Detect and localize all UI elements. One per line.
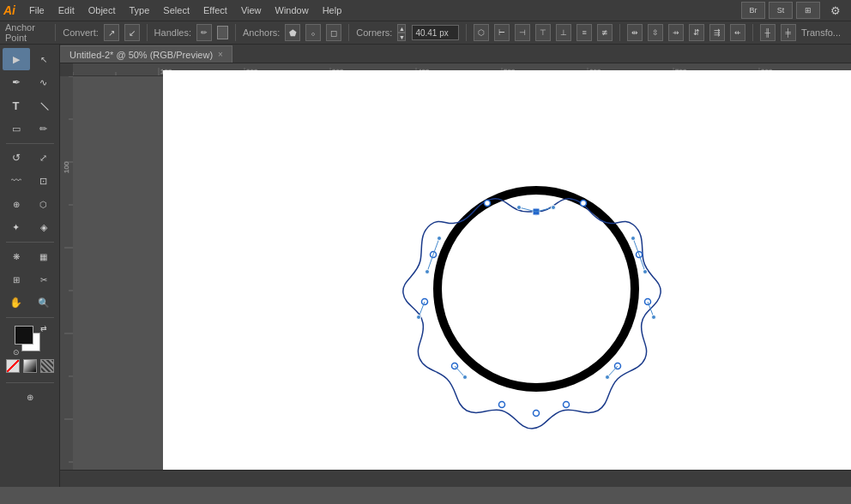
align-right-btn[interactable]: ⊤ xyxy=(535,24,551,41)
convert-btn-1[interactable]: ↗ xyxy=(104,24,119,41)
handles-btn-2[interactable] xyxy=(217,26,228,39)
dist-5-btn[interactable]: ⇶ xyxy=(709,24,725,41)
main-area: ▶ ↖ ✒ ∿ T | ▭ ✏ ↺ ⤢ 〰 ⊡ ⊕ ⬡ xyxy=(0,45,851,487)
handles-btn-1[interactable]: ✏ xyxy=(196,24,212,41)
anchors-btn-3[interactable]: ◻ xyxy=(326,24,341,41)
gradient-btn[interactable] xyxy=(23,359,37,373)
svg-text:100: 100 xyxy=(63,161,70,173)
app-logo: Ai xyxy=(3,3,15,17)
convert-label: Convert: xyxy=(63,27,99,38)
warp-tool[interactable]: 〰 xyxy=(3,170,30,192)
anchor-point-label: Anchor Point xyxy=(5,22,48,43)
direct-select-tool[interactable]: ↖ xyxy=(30,48,57,70)
fg-color-swatch[interactable] xyxy=(15,326,33,345)
rectangle-tool[interactable]: ▭ xyxy=(3,117,30,140)
top-right-icons: Br St ⊞ ⚙ xyxy=(741,2,848,19)
zoom-tool[interactable]: 🔍 xyxy=(30,291,57,314)
pen-tool[interactable]: ✒ xyxy=(3,71,30,93)
color-swatch-area[interactable]: ⇄ ⊙ xyxy=(13,324,47,357)
tool-panel: ▶ ↖ ✒ ∿ T | ▭ ✏ ↺ ⤢ 〰 ⊡ ⊕ ⬡ xyxy=(0,45,60,487)
dist-h-btn[interactable]: ⇹ xyxy=(627,24,643,41)
align-bottom-btn[interactable]: ≢ xyxy=(597,24,613,41)
dist-6-btn[interactable]: ⇷ xyxy=(730,24,745,41)
shape-builder-tool[interactable]: ⊕ xyxy=(3,193,30,215)
menu-effect[interactable]: Effect xyxy=(196,0,234,21)
align-center-h-btn[interactable]: ⊣ xyxy=(515,24,530,41)
corners-up-btn[interactable]: ▲ xyxy=(397,24,406,33)
menu-type[interactable]: Type xyxy=(123,0,157,21)
symbol-tool[interactable]: ❋ xyxy=(3,245,30,267)
align-left-btn[interactable]: ⊢ xyxy=(494,24,510,41)
pattern-btn[interactable] xyxy=(40,359,54,373)
extra-btn-2[interactable]: ╪ xyxy=(781,24,796,41)
svg-rect-27 xyxy=(60,76,73,487)
blend-tool[interactable]: ◈ xyxy=(30,216,57,238)
align-top-btn[interactable]: ⊥ xyxy=(556,24,571,41)
menu-edit[interactable]: Edit xyxy=(51,0,81,21)
menu-bar: Ai File Edit Object Type Select Effect V… xyxy=(0,0,851,21)
corners-down-btn[interactable]: ▼ xyxy=(397,33,406,41)
anchors-label: Anchors: xyxy=(243,27,280,38)
anchor-toolbar: Anchor Point Convert: ↗ ↙ Handles: ✏ Anc… xyxy=(0,21,851,45)
scale-tool[interactable]: ⤢ xyxy=(30,147,57,169)
menu-object[interactable]: Object xyxy=(81,0,123,21)
settings-icon[interactable]: ⚙ xyxy=(824,2,848,19)
status-bar xyxy=(60,470,851,487)
stock-icon[interactable]: St xyxy=(769,2,793,19)
corners-input[interactable] xyxy=(412,25,459,40)
eyedropper-tool[interactable]: ✦ xyxy=(3,216,30,238)
menu-view[interactable]: View xyxy=(234,0,269,21)
menu-help[interactable]: Help xyxy=(316,0,349,21)
draw-mode-btn[interactable]: ⊕ xyxy=(16,386,44,408)
ruler-vertical: 100 xyxy=(60,76,73,487)
menu-window[interactable]: Window xyxy=(269,0,316,21)
type-tool[interactable]: T xyxy=(3,94,30,117)
bridge-icon[interactable]: Br xyxy=(741,2,765,19)
artboard[interactable] xyxy=(163,70,851,487)
align-center-v-btn[interactable]: ≡ xyxy=(576,24,592,41)
free-transform-tool[interactable]: ⊡ xyxy=(30,170,57,192)
grid-icon[interactable]: ⊞ xyxy=(796,2,820,19)
dist-v-btn[interactable]: ⇳ xyxy=(648,24,663,41)
canvas-area[interactable]: Untitled-2* @ 50% (RGB/Preview) × 100 20… xyxy=(60,45,851,487)
anchors-btn-1[interactable]: ⬟ xyxy=(285,24,300,41)
anchors-btn-2[interactable]: ⬦ xyxy=(305,24,321,41)
tab-bar: Untitled-2* @ 50% (RGB/Preview) × xyxy=(60,45,851,63)
corners-label: Corners: xyxy=(356,27,392,38)
tab-title: Untitled-2* @ 50% (RGB/Preview) xyxy=(69,50,213,60)
menu-select[interactable]: Select xyxy=(156,0,196,21)
document-tab[interactable]: Untitled-2* @ 50% (RGB/Preview) × xyxy=(60,45,232,63)
extra-btn-1[interactable]: ╫ xyxy=(760,24,776,41)
dist-4-btn[interactable]: ⇵ xyxy=(689,24,704,41)
select-tool[interactable]: ▶ xyxy=(3,48,30,70)
menu-file[interactable]: File xyxy=(22,0,51,21)
tab-close-btn[interactable]: × xyxy=(218,50,223,59)
handles-label: Handles: xyxy=(154,27,191,38)
rotate-tool[interactable]: ↺ xyxy=(3,147,30,169)
default-colors-icon[interactable]: ⊙ xyxy=(13,348,20,357)
convert-btn-2[interactable]: ↙ xyxy=(124,24,140,41)
ruler-corner xyxy=(60,63,73,76)
dist-3-btn[interactable]: ⇸ xyxy=(668,24,684,41)
transform-label: Transfo... xyxy=(801,27,846,38)
color-swatches: ⇄ ⊙ xyxy=(6,324,54,380)
color-options-row xyxy=(6,359,54,373)
shape-btn-1[interactable]: ⬡ xyxy=(474,24,489,41)
swap-colors-icon[interactable]: ⇄ xyxy=(40,324,47,333)
artboard-tool[interactable]: ⊞ xyxy=(3,268,30,291)
hand-tool[interactable]: ✋ xyxy=(3,291,30,314)
live-paint-tool[interactable]: ⬡ xyxy=(30,193,57,215)
column-graph-tool[interactable]: ▦ xyxy=(30,245,57,267)
none-color-btn[interactable] xyxy=(6,359,20,373)
slice-tool[interactable]: ✂ xyxy=(30,268,57,291)
